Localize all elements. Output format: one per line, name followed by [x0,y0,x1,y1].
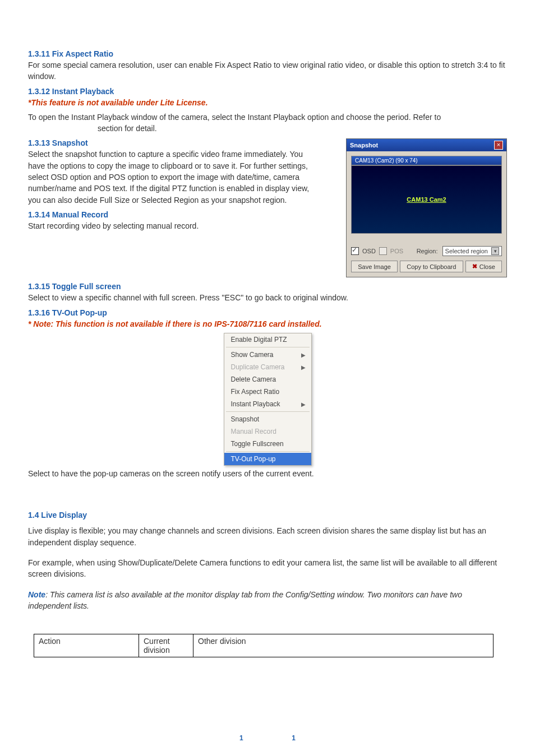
th-action: Action [34,634,139,657]
osd-label: OSD [362,248,376,254]
note-instant-playback: *This feature is not available under Lit… [28,97,507,108]
menu-item-label: Manual Record [231,428,276,435]
para-live-display-3: Note: This camera list is also available… [28,589,507,612]
snapshot-title: Snapshot [350,142,378,149]
context-menu: Enable Digital PTZShow Camera▶Duplicate … [224,333,312,466]
pos-label: POS [390,248,403,254]
menu-item-label: Duplicate Camera [231,363,285,371]
copy-clipboard-button[interactable]: Copy to Clipboard [400,261,463,272]
menu-item[interactable]: Show Camera▶ [224,349,311,361]
chevron-right-icon: ▶ [301,364,306,370]
footer-right: 1 [292,734,296,742]
snapshot-preview-label: CAM13 (Cam2) (90 x 74) [351,156,502,165]
menu-item-label: Enable Digital PTZ [231,336,287,344]
menu-item[interactable]: Toggle Fullscreen [224,438,311,450]
heading-toggle-fullscreen: 1.3.15 Toggle Full screen [28,282,507,291]
para-snapshot: Select the snapshot function to capture … [28,149,320,205]
menu-item-label: Fix Aspect Ratio [231,388,280,396]
menu-item-label: Snapshot [231,415,260,423]
para-live-display-1: Live display is flexible; you may change… [28,525,507,548]
text-ip-a: To open the Instant Playback window of t… [28,113,441,122]
menu-item-label: Toggle Fullscreen [231,440,284,448]
snapshot-preview: CAM13 Cam2 [351,165,502,234]
osd-checkbox[interactable] [351,247,359,255]
close-button-label: Close [479,263,495,270]
snapshot-preview-text: CAM13 Cam2 [407,196,446,203]
note-colon-text: : This camera list is also available at … [28,590,462,610]
region-select[interactable]: Selected region ▾ [442,246,502,256]
region-label: Region: [417,248,438,254]
text-ip-b: section for detail. [98,124,157,133]
th-current-division: Current division [139,634,193,657]
menu-item[interactable]: Duplicate Camera▶ [224,361,311,373]
para-instant-playback: To open the Instant Playback window of t… [28,112,507,134]
para-tvout-body: Select to have the pop-up cameras on the… [28,468,507,479]
th-other-division: Other division [193,634,494,657]
chevron-right-icon: ▶ [301,352,306,358]
para-live-display-2: For example, when using Show/Duplicate/D… [28,557,507,580]
pos-checkbox[interactable] [379,247,387,255]
menu-item[interactable]: Fix Aspect Ratio [224,386,311,398]
menu-item[interactable]: Snapshot [224,413,311,425]
para-toggle-fullscreen: Select to view a specific channel with f… [28,292,507,303]
menu-item[interactable]: TV-Out Pop-up [224,453,311,465]
snapshot-dialog: Snapshot × CAM13 (Cam2) (90 x 74) CAM13 … [346,138,507,277]
close-icon[interactable]: × [494,141,503,150]
note-tvout: * Note: This function is not available i… [28,318,507,330]
heading-live-display: 1.4 Live Display [28,511,507,520]
chevron-down-icon: ▾ [491,247,499,255]
close-x-icon: ✖ [472,263,477,270]
close-button[interactable]: ✖ Close [465,261,502,272]
para-fix-aspect-ratio: For some special camera resolution, user… [28,59,507,82]
menu-item-label: TV-Out Pop-up [231,455,276,463]
menu-item[interactable]: Delete Camera [224,373,311,386]
note-label: Note [28,590,45,599]
save-image-button[interactable]: Save Image [351,261,398,272]
menu-item-label: Delete Camera [231,375,276,383]
footer-left: 1 [239,734,243,742]
heading-tvout-popup: 1.3.16 TV-Out Pop-up [28,308,507,317]
menu-item-label: Show Camera [231,351,274,359]
menu-item[interactable]: Manual Record [224,425,311,438]
menu-item[interactable]: Instant Playback▶ [224,398,311,410]
action-table: Action Current division Other division [34,634,494,657]
menu-item-label: Instant Playback [231,400,280,408]
heading-instant-playback: 1.3.12 Instant Playback [28,87,507,96]
page-footer: 1 1 [0,734,535,742]
chevron-right-icon: ▶ [301,401,306,407]
heading-fix-aspect-ratio: 1.3.11 Fix Aspect Ratio [28,49,507,58]
menu-item[interactable]: Enable Digital PTZ [224,333,311,346]
region-value: Selected region [445,248,488,254]
